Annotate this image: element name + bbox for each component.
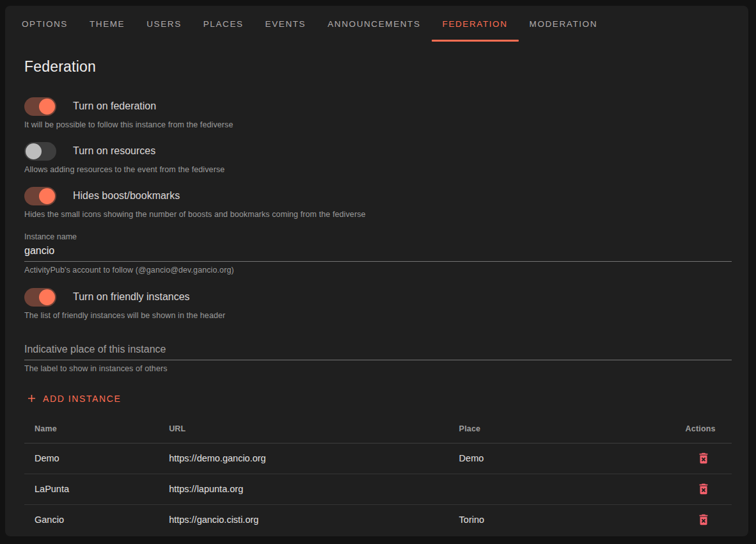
instance-name-input[interactable] bbox=[24, 243, 732, 262]
table-header-row: Name URL Place Actions bbox=[24, 415, 732, 443]
trash-delete-icon bbox=[697, 519, 711, 529]
admin-tabs: OPTIONS THEME USERS PLACES EVENTS ANNOUN… bbox=[5, 6, 748, 42]
instance-name-field-group: Instance name ActivityPub's account to f… bbox=[24, 232, 732, 275]
add-instance-label: ADD INSTANCE bbox=[43, 394, 121, 404]
tab-theme[interactable]: THEME bbox=[79, 6, 136, 42]
setting-federation: Turn on federation It will be possible t… bbox=[24, 97, 732, 129]
delete-instance-button[interactable] bbox=[695, 450, 712, 467]
cell-place: Demo bbox=[449, 443, 675, 474]
admin-panel: OPTIONS THEME USERS PLACES EVENTS ANNOUN… bbox=[5, 6, 748, 536]
tab-announcements[interactable]: ANNOUNCEMENTS bbox=[317, 6, 431, 42]
toggle-knob bbox=[39, 289, 55, 305]
col-header-url: URL bbox=[159, 415, 448, 443]
resources-toggle-hint: Allows adding resources to the event fro… bbox=[24, 165, 732, 174]
cell-place: Torino bbox=[449, 504, 675, 535]
cell-name: Gancio bbox=[24, 504, 159, 535]
instance-name-label: Instance name bbox=[24, 232, 732, 241]
resources-toggle-label: Turn on resources bbox=[73, 145, 155, 157]
resources-toggle[interactable] bbox=[24, 142, 56, 161]
instance-place-input[interactable] bbox=[24, 342, 732, 360]
setting-friendly: Turn on friendly instances The list of f… bbox=[24, 287, 732, 320]
toggle-knob bbox=[39, 188, 55, 204]
friendly-toggle-label: Turn on friendly instances bbox=[73, 291, 190, 303]
tab-places[interactable]: PLACES bbox=[193, 6, 255, 42]
tab-events[interactable]: EVENTS bbox=[255, 6, 317, 42]
instance-place-hint: The label to show in instances of others bbox=[24, 364, 732, 373]
boost-toggle[interactable] bbox=[24, 187, 56, 205]
tab-federation[interactable]: FEDERATION bbox=[432, 6, 519, 42]
col-header-place: Place bbox=[449, 415, 675, 443]
cell-url: https://gancio.cisti.org bbox=[159, 504, 448, 535]
delete-instance-button[interactable] bbox=[695, 481, 712, 497]
cell-name: Demo bbox=[24, 443, 159, 474]
table-row: Gancio https://gancio.cisti.org Torino bbox=[24, 504, 732, 535]
table-row: Demo https://demo.gancio.org Demo bbox=[24, 443, 732, 474]
tab-options[interactable]: OPTIONS bbox=[11, 6, 79, 42]
instance-place-field-group: The label to show in instances of others bbox=[24, 342, 732, 373]
trash-delete-icon bbox=[697, 458, 711, 467]
cell-url: https://demo.gancio.org bbox=[159, 443, 448, 474]
toggle-knob bbox=[39, 99, 55, 115]
instance-name-hint: ActivityPub's account to follow (@gancio… bbox=[24, 266, 732, 275]
friendly-toggle[interactable] bbox=[24, 288, 56, 307]
cell-name: LaPunta bbox=[24, 474, 159, 504]
boost-toggle-label: Hides boost/bookmarks bbox=[73, 190, 180, 202]
friendly-toggle-hint: The list of friendly instances will be s… bbox=[24, 311, 732, 320]
federation-settings: Federation Turn on federation It will be… bbox=[5, 42, 748, 535]
federation-toggle-label: Turn on federation bbox=[73, 100, 156, 112]
setting-resources: Turn on resources Allows adding resource… bbox=[24, 141, 732, 174]
col-header-actions: Actions bbox=[675, 415, 732, 443]
tab-moderation[interactable]: MODERATION bbox=[519, 6, 609, 42]
federation-toggle-hint: It will be possible to follow this insta… bbox=[24, 120, 732, 129]
boost-toggle-hint: Hides the small icons showing the number… bbox=[24, 210, 732, 219]
federation-toggle[interactable] bbox=[24, 97, 56, 116]
page-title: Federation bbox=[24, 58, 732, 76]
toggle-knob bbox=[26, 143, 42, 159]
trash-delete-icon bbox=[697, 488, 711, 498]
setting-boost: Hides boost/bookmarks Hides the small ic… bbox=[24, 186, 732, 219]
col-header-name: Name bbox=[24, 415, 159, 443]
instances-table: Name URL Place Actions Demo https://demo… bbox=[24, 415, 732, 535]
cell-url: https://lapunta.org bbox=[159, 474, 448, 504]
cell-place bbox=[449, 474, 675, 504]
plus-icon bbox=[26, 392, 38, 404]
add-instance-button[interactable]: ADD INSTANCE bbox=[24, 388, 126, 408]
table-row: LaPunta https://lapunta.org bbox=[24, 474, 732, 504]
delete-instance-button[interactable] bbox=[695, 511, 712, 528]
tab-users[interactable]: USERS bbox=[136, 6, 193, 42]
